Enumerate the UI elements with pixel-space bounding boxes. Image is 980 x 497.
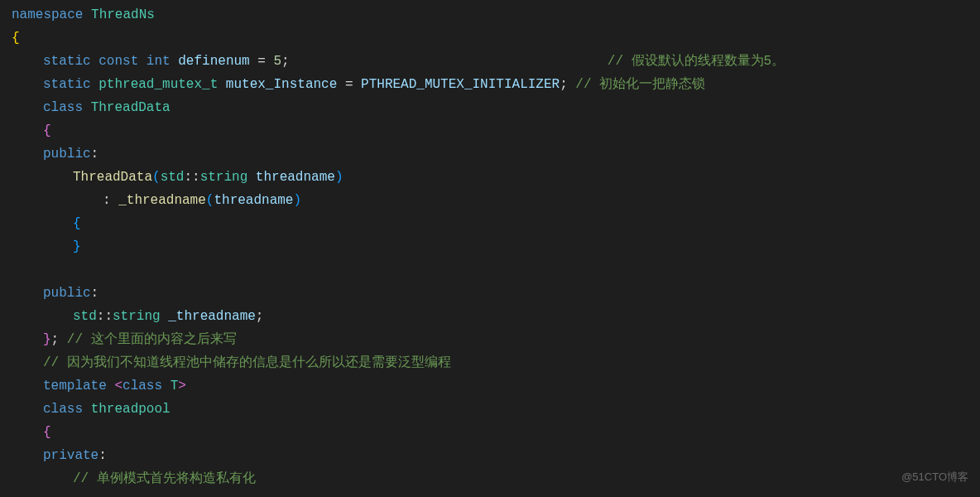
paren-open: (	[206, 193, 214, 208]
paren-close: )	[293, 193, 301, 208]
watermark: @51CTO博客	[901, 468, 968, 487]
param-threadname: threadname	[256, 170, 335, 185]
member-threadname: _threadname	[168, 309, 256, 324]
code-line: ThreadData(std::string threadname)	[0, 166, 980, 189]
code-line-blank	[0, 258, 980, 282]
keyword-static: static	[43, 77, 91, 92]
brace-open: {	[43, 123, 51, 138]
code-line: private:	[0, 444, 980, 467]
number-literal: 5	[274, 54, 282, 69]
code-line: class threadpool	[0, 398, 980, 421]
type-param-t: T	[171, 379, 179, 393]
code-line: {	[0, 119, 980, 142]
keyword-private: private	[43, 448, 98, 463]
code-line: }	[0, 235, 980, 258]
type-string: string	[200, 170, 248, 185]
namespace-std: std	[73, 309, 97, 324]
code-editor[interactable]: namespace ThreadNs { static const int de…	[0, 3, 980, 490]
comment: // 这个里面的内容之后来写	[67, 332, 237, 347]
code-line: {	[0, 212, 980, 235]
constructor-threaddata: ThreadData	[73, 170, 152, 185]
code-line: // 单例模式首先将构造私有化	[0, 467, 980, 490]
class-threadpool: threadpool	[91, 402, 171, 417]
code-line: public:	[0, 142, 980, 166]
keyword-const: const	[98, 54, 138, 69]
namespace-std: std	[161, 170, 185, 185]
class-threaddata: ThreadData	[91, 100, 171, 115]
type-pthread-mutex: pthread_mutex_t	[98, 77, 218, 92]
code-line: static const int definenum = 5; // 假设默认的…	[0, 50, 980, 73]
keyword-public: public	[43, 147, 91, 162]
keyword-public: public	[43, 286, 91, 301]
keyword-class: class	[43, 402, 83, 417]
type-string: string	[113, 309, 161, 324]
keyword-class: class	[122, 379, 162, 393]
comment: // 假设默认的线程数量为5。	[608, 54, 785, 69]
paren-open: (	[152, 170, 161, 185]
comment: // 因为我们不知道线程池中储存的信息是什么所以还是需要泛型编程	[43, 355, 451, 370]
comment: // 初始化一把静态锁	[575, 77, 705, 92]
keyword-namespace: namespace	[12, 7, 83, 22]
angle-open: <	[114, 379, 122, 393]
code-line: {	[0, 27, 980, 50]
code-line: public:	[0, 282, 980, 305]
code-line: template <class T>	[0, 374, 980, 398]
brace-open: {	[12, 31, 20, 46]
code-line: {	[0, 421, 980, 444]
code-line: : _threadname(threadname)	[0, 189, 980, 212]
code-line: }; // 这个里面的内容之后来写	[0, 328, 980, 351]
keyword-static: static	[43, 54, 91, 69]
paren-close: )	[335, 170, 343, 185]
brace-open: {	[43, 425, 51, 440]
variable-mutex-instance: mutex_Instance	[226, 77, 337, 92]
keyword-class: class	[43, 100, 83, 115]
code-line: class ThreadData	[0, 96, 980, 119]
namespace-name: ThreadNs	[91, 7, 155, 22]
code-line: std::string _threadname;	[0, 305, 980, 328]
comment: // 单例模式首先将构造私有化	[73, 471, 256, 486]
keyword-template: template	[43, 379, 107, 393]
variable-definenum: definenum	[178, 54, 249, 69]
brace-close: }	[73, 239, 81, 254]
code-line: namespace ThreadNs	[0, 3, 980, 27]
code-line: static pthread_mutex_t mutex_Instance = …	[0, 73, 980, 96]
arg-threadname: threadname	[214, 193, 293, 208]
macro-initializer: PTHREAD_MUTEX_INITIALIZER	[361, 77, 560, 92]
member-init: _threadname	[118, 193, 206, 208]
angle-close: >	[178, 379, 186, 393]
code-line: // 因为我们不知道线程池中储存的信息是什么所以还是需要泛型编程	[0, 351, 980, 374]
keyword-int: int	[147, 54, 171, 69]
brace-close: }	[43, 332, 51, 347]
brace-open: {	[73, 216, 81, 231]
